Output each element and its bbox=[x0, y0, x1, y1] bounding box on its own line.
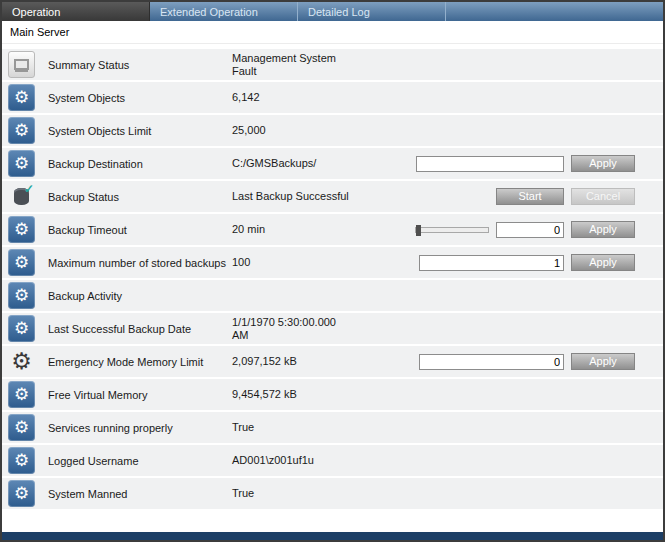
row-value: 2,097,152 kB bbox=[232, 355, 419, 368]
gears-icon: ⚙ bbox=[8, 381, 35, 408]
bottom-status-strip bbox=[2, 532, 663, 540]
table-row: ✓ Backup Status Last Backup Successful S… bbox=[2, 181, 663, 214]
row-value: 100 bbox=[232, 256, 419, 269]
row-label: Emergency Mode Memory Limit bbox=[48, 356, 232, 368]
backup-database-icon: ✓ bbox=[8, 183, 35, 210]
apply-button[interactable]: Apply bbox=[571, 155, 635, 172]
row-label: System Objects Limit bbox=[48, 125, 232, 137]
table-row: ⚙ Backup Activity bbox=[2, 280, 663, 313]
row-label: Maximum number of stored backups bbox=[48, 257, 232, 269]
row-label: Backup Destination bbox=[48, 158, 232, 170]
tab-extended-operation[interactable]: Extended Operation bbox=[150, 2, 298, 21]
backup-timeout-slider[interactable] bbox=[415, 227, 489, 233]
row-value: True bbox=[232, 487, 419, 500]
apply-button[interactable]: Apply bbox=[571, 353, 635, 370]
table-row: Summary Status Management System Fault bbox=[2, 49, 663, 82]
row-value: 6,142 bbox=[232, 91, 419, 104]
tab-bar: Operation Extended Operation Detailed Lo… bbox=[2, 2, 663, 21]
gears-icon: ⚙ bbox=[8, 315, 35, 342]
table-row: ⚙ Last Successful Backup Date 1/1/1970 5… bbox=[2, 313, 663, 346]
table-row: ⚙ Services running properly True bbox=[2, 412, 663, 445]
row-label: Logged Username bbox=[48, 455, 232, 467]
row-label: Services running properly bbox=[48, 422, 232, 434]
gears-icon: ⚙ bbox=[8, 84, 35, 111]
table-row: ⚙ System Objects 6,142 bbox=[2, 82, 663, 115]
gears-icon: ⚙ bbox=[8, 414, 35, 441]
status-table: Summary Status Management System Fault ⚙… bbox=[2, 44, 663, 532]
row-value: 25,000 bbox=[232, 124, 419, 137]
gears-icon: ⚙ bbox=[8, 150, 35, 177]
row-value: 9,454,572 kB bbox=[232, 388, 419, 401]
gears-icon: ⚙ bbox=[8, 282, 35, 309]
emergency-memory-limit-input[interactable] bbox=[419, 354, 564, 370]
table-row: ⚙ Free Virtual Memory 9,454,572 kB bbox=[2, 379, 663, 412]
row-label: Last Successful Backup Date bbox=[48, 323, 232, 335]
dark-gear-icon: ⚙ bbox=[8, 348, 35, 375]
gears-icon: ⚙ bbox=[8, 117, 35, 144]
row-value: 20 min bbox=[232, 223, 415, 236]
gears-icon: ⚙ bbox=[8, 249, 35, 276]
row-label: Summary Status bbox=[48, 59, 232, 71]
row-value: Management System Fault bbox=[232, 52, 419, 78]
backup-timeout-input[interactable] bbox=[496, 222, 564, 238]
row-label: Free Virtual Memory bbox=[48, 389, 232, 401]
gears-icon: ⚙ bbox=[8, 447, 35, 474]
table-row: ⚙ Logged Username AD001\z001uf1u bbox=[2, 445, 663, 478]
tab-bar-filler bbox=[446, 2, 663, 21]
tab-operation[interactable]: Operation bbox=[2, 2, 150, 21]
row-label: Backup Activity bbox=[48, 290, 232, 302]
max-stored-backups-input[interactable] bbox=[419, 255, 564, 271]
row-label: System Manned bbox=[48, 488, 232, 500]
table-row: ⚙ Maximum number of stored backups 100 A… bbox=[2, 247, 663, 280]
management-system-window: Operation Extended Operation Detailed Lo… bbox=[0, 0, 665, 542]
row-label: Backup Status bbox=[48, 191, 232, 203]
backup-destination-input[interactable] bbox=[416, 156, 564, 172]
start-button[interactable]: Start bbox=[496, 188, 564, 205]
apply-button[interactable]: Apply bbox=[571, 254, 635, 271]
row-value: 1/1/1970 5:30:00.000 AM bbox=[232, 316, 419, 342]
cancel-button[interactable]: Cancel bbox=[571, 188, 635, 205]
server-name-header: Main Server bbox=[2, 21, 663, 44]
table-row: ⚙ Emergency Mode Memory Limit 2,097,152 … bbox=[2, 346, 663, 379]
row-value: Last Backup Successful bbox=[232, 190, 419, 203]
table-row: ⚙ Backup Destination C:/GMSBackups/ Appl… bbox=[2, 148, 663, 181]
table-row: ⚙ System Manned True bbox=[2, 478, 663, 511]
slider-handle[interactable] bbox=[416, 225, 421, 236]
apply-button[interactable]: Apply bbox=[571, 221, 635, 238]
row-label: Backup Timeout bbox=[48, 224, 232, 236]
tab-detailed-log[interactable]: Detailed Log bbox=[298, 2, 446, 21]
table-row: ⚙ System Objects Limit 25,000 bbox=[2, 115, 663, 148]
gears-icon: ⚙ bbox=[8, 480, 35, 507]
row-value: True bbox=[232, 421, 419, 434]
monitor-icon bbox=[8, 51, 35, 78]
gears-icon: ⚙ bbox=[8, 216, 35, 243]
row-label: System Objects bbox=[48, 92, 232, 104]
row-value: C:/GMSBackups/ bbox=[232, 157, 416, 170]
table-row: ⚙ Backup Timeout 20 min Apply bbox=[2, 214, 663, 247]
row-value: AD001\z001uf1u bbox=[232, 454, 419, 467]
